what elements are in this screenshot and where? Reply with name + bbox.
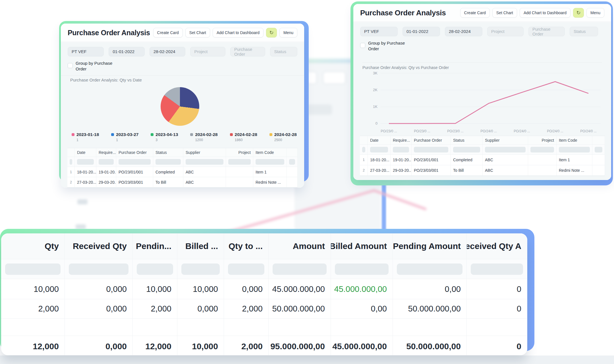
x-axis-tick: PO/24/0 ... xyxy=(547,129,563,133)
column-header: Project xyxy=(226,148,253,157)
status-filter[interactable]: Status xyxy=(570,27,598,36)
column-header: Qty xyxy=(1,233,65,259)
legend-value: 1 xyxy=(72,138,99,142)
group-by-label: Group by Purchase Order xyxy=(76,60,118,72)
column-filter-input[interactable] xyxy=(559,147,590,152)
line-chart[interactable]: 3K2K1K0PO/23/0 ...PO/23/0 ...PO/23/0 ...… xyxy=(360,69,605,136)
group-by-checkbox[interactable] xyxy=(68,63,73,68)
total-cell: 50.000.000,00 xyxy=(393,336,467,355)
table-cell xyxy=(287,177,298,187)
from-date-filter[interactable]: 01-01-2022 xyxy=(109,47,144,57)
table-row: QtyReceived QtyPendin...Billed ...Qty to… xyxy=(1,233,527,259)
chart-title: Purchase Order Analysis: Qty vs Date xyxy=(70,78,142,82)
column-filter-input[interactable] xyxy=(530,147,554,152)
table-cell: Completed xyxy=(451,155,483,165)
column-filter-input[interactable] xyxy=(362,147,365,152)
legend-date: 2024-02-28 xyxy=(195,132,217,137)
from-date-filter[interactable]: 01-01-2022 xyxy=(403,27,440,36)
column-filter-input[interactable] xyxy=(370,147,388,152)
refresh-icon[interactable]: ↻ xyxy=(266,28,277,37)
column-filter-input[interactable] xyxy=(228,263,264,275)
column-filter-cell xyxy=(75,157,96,167)
pie-chart[interactable] xyxy=(161,87,199,126)
add-chart-to-dashboard-button[interactable]: Add Chart to Dashboard xyxy=(213,28,264,37)
column-filter-input[interactable] xyxy=(77,159,94,165)
table-cell: 1 xyxy=(360,155,368,165)
table-cell xyxy=(592,155,605,165)
table-row[interactable]: 227-03-20...29-03-20...PO/23/03/001To Bi… xyxy=(67,177,298,187)
purchase-order-filter[interactable]: Purchase Order xyxy=(230,47,265,57)
column-filter-input[interactable] xyxy=(595,147,602,152)
column-filter-input[interactable] xyxy=(393,147,409,152)
table-row[interactable]: 227-03-20...29-03-20...PO/23/03/001To Bi… xyxy=(360,165,605,176)
column-filter-input[interactable] xyxy=(397,263,462,275)
group-by-checkbox[interactable] xyxy=(360,43,365,48)
legend-item[interactable]: 2023-04-133 xyxy=(151,132,178,142)
column-filter-input[interactable] xyxy=(256,159,284,165)
add-chart-to-dashboard-button[interactable]: Add Chart to Dashboard xyxy=(520,8,571,18)
company-filter[interactable]: PT VEF xyxy=(360,27,398,36)
items-table-card: QtyReceived QtyPendin...Billed ...Qty to… xyxy=(1,233,527,355)
column-filter-input[interactable] xyxy=(99,159,114,165)
column-filter-input[interactable] xyxy=(155,159,181,165)
legend-item[interactable]: 2024-02-282500 xyxy=(269,132,297,142)
table-cell: 18-01-20... xyxy=(75,167,96,177)
refresh-icon[interactable]: ↻ xyxy=(573,8,584,18)
table-row[interactable]: 118-01-20...19-01-20...PO/23/01/001Compl… xyxy=(360,155,605,165)
table-row[interactable]: 10,0000,00010,00010,0000,00045.000.000,0… xyxy=(1,279,527,299)
background-line-chart xyxy=(219,185,435,236)
empty-cell xyxy=(133,319,177,336)
create-card-button[interactable]: Create Card xyxy=(460,8,490,18)
table-row[interactable]: 2,0000,0002,0000,0002,00050.000.000,000,… xyxy=(1,299,527,319)
table-cell: 0 xyxy=(467,279,527,299)
empty-cell xyxy=(177,319,224,336)
column-filter-input[interactable] xyxy=(70,159,72,165)
column-filter-input[interactable] xyxy=(485,147,526,152)
po-list-table: DateRequire...Purchase OrderStatusSuppli… xyxy=(360,136,605,176)
empty-cell xyxy=(467,319,527,336)
menu-button[interactable]: Menu xyxy=(279,28,297,37)
to-date-filter[interactable]: 28-02-2024 xyxy=(445,27,482,36)
table-cell: 0,00 xyxy=(393,279,467,299)
column-header: Supplier xyxy=(183,148,226,157)
column-filter-input[interactable] xyxy=(69,263,128,275)
column-filter-input[interactable] xyxy=(289,159,295,165)
table-row[interactable]: 118-01-20...19-01-20...PO/23/01/001Compl… xyxy=(67,167,298,177)
column-filter-input[interactable] xyxy=(186,159,223,165)
column-header: Date xyxy=(75,148,96,157)
status-filter[interactable]: Status xyxy=(270,47,297,57)
set-chart-button[interactable]: Set Chart xyxy=(492,8,517,18)
table-cell: 18-01-20... xyxy=(368,155,391,165)
column-filter-input[interactable] xyxy=(5,263,61,275)
create-card-button[interactable]: Create Card xyxy=(153,28,183,37)
x-axis-tick: PO/24/0 ... xyxy=(580,129,596,133)
purchase-order-filter[interactable]: Purchase Order xyxy=(528,27,565,36)
legend-item[interactable]: 2024-02-281200 xyxy=(190,132,217,142)
legend-item[interactable]: 2023-01-181 xyxy=(72,132,99,142)
column-filter-input[interactable] xyxy=(453,147,480,152)
set-chart-button[interactable]: Set Chart xyxy=(185,28,210,37)
column-filter-cell xyxy=(467,259,527,279)
menu-button[interactable]: Menu xyxy=(586,8,604,18)
column-filter-input[interactable] xyxy=(471,263,523,275)
column-filter-input[interactable] xyxy=(228,159,251,165)
line-series xyxy=(389,82,588,124)
column-filter-cell xyxy=(360,145,368,154)
company-filter[interactable]: PT VEF xyxy=(68,47,104,57)
project-filter[interactable]: Project xyxy=(190,47,225,57)
table-cell: ABC xyxy=(483,165,528,175)
column-filter-input[interactable] xyxy=(273,263,327,275)
column-filter-input[interactable] xyxy=(414,147,448,152)
to-date-filter[interactable]: 28-02-2024 xyxy=(150,47,185,57)
column-filter-input[interactable] xyxy=(119,159,151,165)
column-filter-input[interactable] xyxy=(137,263,173,275)
card-header: Purchase Order Analysis Create Card Set … xyxy=(353,4,611,22)
legend-date: 2023-03-27 xyxy=(116,132,138,137)
column-filter-cell xyxy=(287,157,298,167)
legend-item[interactable]: 2023-03-271 xyxy=(111,132,138,142)
column-filter-input[interactable] xyxy=(335,263,389,275)
chart-title: Purchase Order Analysis: Qty vs Purchase… xyxy=(362,62,602,70)
legend-item[interactable]: 2024-02-281860 xyxy=(230,132,257,142)
project-filter[interactable]: Project xyxy=(487,27,524,36)
column-filter-input[interactable] xyxy=(181,263,220,275)
